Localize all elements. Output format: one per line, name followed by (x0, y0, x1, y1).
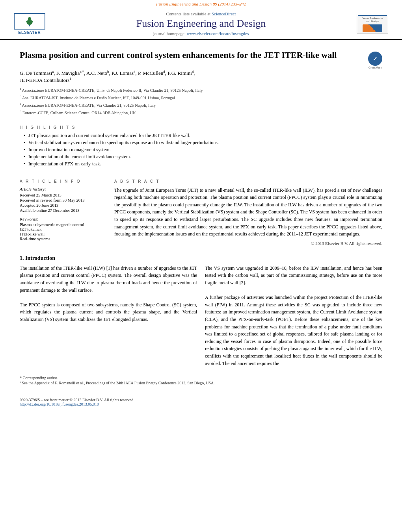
rule-3 (20, 249, 382, 249)
footer-doi: http://dx.doi.org/10.1016/j.fusengdes.20… (20, 402, 382, 406)
abstract-text: The upgrade of Joint European Torus (JET… (114, 187, 382, 238)
highlight-item-3: Improved termination management system. (24, 147, 382, 153)
footnotes: * Corresponding author. ¹ See the Append… (20, 373, 382, 385)
keywords-label: Keywords: (20, 217, 106, 221)
journal-ref-text: Fusion Engineering and Design 89 (2014) … (156, 2, 246, 6)
body-right-para-2: A further package of activities was laun… (205, 294, 382, 367)
svg-point-5 (30, 20, 33, 22)
highlight-item-2: Vertical stabilization system enhanced t… (24, 140, 382, 146)
crossmark-badge[interactable]: ✓ CrossMark (368, 52, 382, 66)
authors-text: G. De Tommasia, F. Mavigliac,*, A.C. Net… (20, 70, 195, 76)
fed-logo-graphic (363, 24, 382, 32)
elsevier-tree-icon (24, 15, 35, 27)
affiliation-d: d Euratom-CCFE, Culham Science Centre, O… (20, 109, 382, 116)
body-two-col: The installation of the ITER-like wall (… (20, 265, 382, 367)
article-title-section: Plasma position and current control syst… (20, 50, 382, 66)
date-received: Received 25 March 2013 (20, 193, 106, 197)
date-revised: Received in revised form 30 May 2013 (20, 198, 106, 202)
article-container: Plasma position and current control syst… (0, 40, 402, 392)
elsevier-logo: ELSEVIER (12, 13, 47, 35)
article-info-block: Article history: Received 25 March 2013 … (20, 187, 106, 241)
section-1-title: 1. Introduction (20, 255, 382, 261)
crossmark-label: CrossMark (368, 66, 382, 69)
date-online: Available online 27 December 2013 (20, 208, 106, 213)
highlights-label: H I G H L I G H T S (20, 125, 382, 130)
body-right-col: The VS system was upgraded in 2009–10, b… (205, 265, 382, 367)
svg-point-4 (26, 20, 29, 22)
elsevier-logo-box (14, 13, 45, 30)
highlights-list: JET plasma position and current control … (24, 133, 382, 167)
homepage-line: journal homepage: www.elsevier.com/locat… (47, 31, 355, 36)
authors-line: G. De Tommasia, F. Mavigliac,*, A.C. Net… (20, 70, 382, 83)
homepage-text: journal homepage: (153, 31, 186, 36)
highlight-item-4: Implementation of the current limit avoi… (24, 154, 382, 160)
rule-1 (20, 121, 382, 121)
highlight-item-1: JET plasma position and current control … (24, 133, 382, 139)
footnote-1: ¹ See the Appendix of F. Romanelli et al… (20, 381, 382, 385)
history-label: Article history: (20, 187, 106, 191)
doi-link[interactable]: http://dx.doi.org/10.1016/j.fusengdes.20… (20, 402, 99, 406)
contributors-text: JET-EFDA Contributors1 (20, 77, 71, 83)
affiliation-b: b Ass. EURATOM-IST, Instituto de Plasmas… (20, 94, 382, 101)
footer-bar: 0920-3796/$ – see front matter © 2013 El… (0, 396, 402, 408)
journal-header: ELSEVIER Contents lists available at Sci… (0, 8, 402, 40)
keywords-section: Keywords: Plasma axisymmetric magnetic c… (20, 217, 106, 241)
contents-available-line: Contents lists available at ScienceDirec… (47, 11, 355, 16)
copyright-line: © 2013 Elsevier B.V. All rights reserved… (114, 241, 382, 246)
svg-point-3 (28, 17, 31, 20)
affiliation-a: a Associazione EURATOM-ENEA-CREATE, Univ… (20, 87, 382, 93)
journal-title: Fusion Engineering and Design (47, 18, 355, 30)
abstract-column: A B S T R A C T The upgrade of Joint Eur… (114, 175, 382, 246)
fed-logo: Fusion Engineering and Design (355, 14, 390, 33)
homepage-link[interactable]: www.elsevier.com/locate/fusengdes (187, 31, 249, 36)
keyword-1: Plasma axisymmetric magnetic control (20, 222, 106, 227)
journal-center: Contents lists available at ScienceDirec… (47, 11, 355, 36)
date-accepted: Accepted 20 June 2013 (20, 203, 106, 208)
crossmark-icon: ✓ (368, 52, 382, 66)
body-left-col: The installation of the ITER-like wall (… (20, 265, 197, 367)
elsevier-name-text: ELSEVIER (18, 30, 41, 35)
keyword-3: ITER-like wall (20, 232, 106, 236)
body-left-para-1: The installation of the ITER-like wall (… (20, 265, 197, 294)
footnote-star: * Corresponding author. (20, 376, 382, 380)
footer-issn: 0920-3796/$ – see front matter © 2013 El… (20, 398, 382, 402)
journal-reference-bar: Fusion Engineering and Design 89 (2014) … (0, 0, 402, 8)
highlight-item-5: Implementation of PFX-on-early-task. (24, 161, 382, 167)
article-title: Plasma position and current control syst… (20, 50, 362, 61)
main-body: 1. Introduction The installation of the … (20, 255, 382, 367)
affiliation-c: c Associazione EURATOM-ENEA-CREATE, Via … (20, 102, 382, 108)
info-abstract-section: A R T I C L E I N F O Article history: R… (20, 175, 382, 246)
abstract-label: A B S T R A C T (114, 179, 382, 184)
keyword-2: JET tokamak (20, 227, 106, 232)
affiliations: a Associazione EURATOM-ENEA-CREATE, Univ… (20, 87, 382, 116)
sciencedirect-link[interactable]: ScienceDirect (212, 11, 236, 16)
fed-logo-box: Fusion Engineering and Design (357, 14, 388, 33)
body-left-para-2: The PPCC system is composed of two subsy… (20, 301, 197, 323)
rule-2 (20, 171, 382, 171)
article-info-column: A R T I C L E I N F O Article history: R… (20, 175, 106, 246)
article-info-label: A R T I C L E I N F O (20, 179, 106, 184)
fed-logo-text: Fusion Engineering and Design (361, 16, 384, 24)
contents-text: Contents lists available at (166, 11, 210, 16)
keyword-4: Real-time systems (20, 237, 106, 241)
body-right-para-1: The VS system was upgraded in 2009–10, b… (205, 265, 382, 287)
